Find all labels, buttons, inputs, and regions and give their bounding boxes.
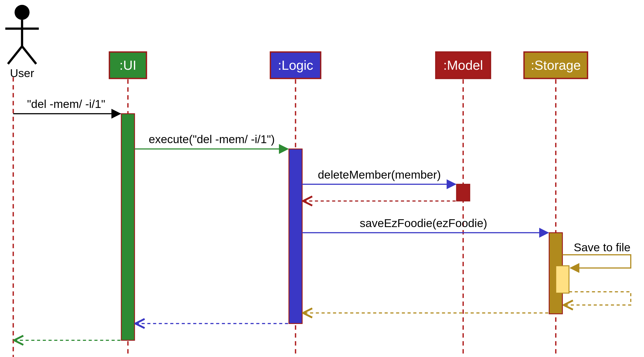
activation-logic	[289, 149, 302, 324]
msg-user-to-ui-label: "del -mem/ -i/1"	[27, 98, 105, 110]
head-logic: :Logic	[270, 52, 320, 78]
head-logic-label: :Logic	[278, 58, 313, 72]
msg-logic-to-model-label: deleteMember(member)	[318, 168, 441, 181]
return-storage-self	[564, 292, 631, 305]
msg-storage-self-label: Save to file	[574, 241, 630, 254]
msg-storage-self	[562, 255, 631, 268]
sequence-diagram: User :UI :Logic :Model :Storage "del -me…	[0, 0, 644, 357]
head-model-label: :Model	[443, 58, 483, 72]
head-ui-label: :UI	[120, 58, 136, 72]
head-ui: :UI	[110, 52, 146, 78]
actor-user: User	[6, 5, 39, 79]
activation-ui	[121, 114, 134, 340]
msg-logic-to-storage-label: saveEzFoodie(ezFoodie)	[360, 217, 487, 230]
head-model: :Model	[436, 52, 490, 78]
actor-user-label: User	[10, 67, 34, 79]
svg-line-3	[8, 46, 22, 64]
head-storage-label: :Storage	[531, 58, 581, 72]
activation-model	[456, 184, 470, 201]
svg-line-4	[22, 46, 36, 64]
msg-ui-to-logic-label: execute("del -mem/ -i/1")	[149, 133, 275, 146]
head-storage: :Storage	[524, 52, 588, 78]
svg-point-0	[14, 5, 30, 20]
activation-storage-inner	[556, 266, 569, 293]
